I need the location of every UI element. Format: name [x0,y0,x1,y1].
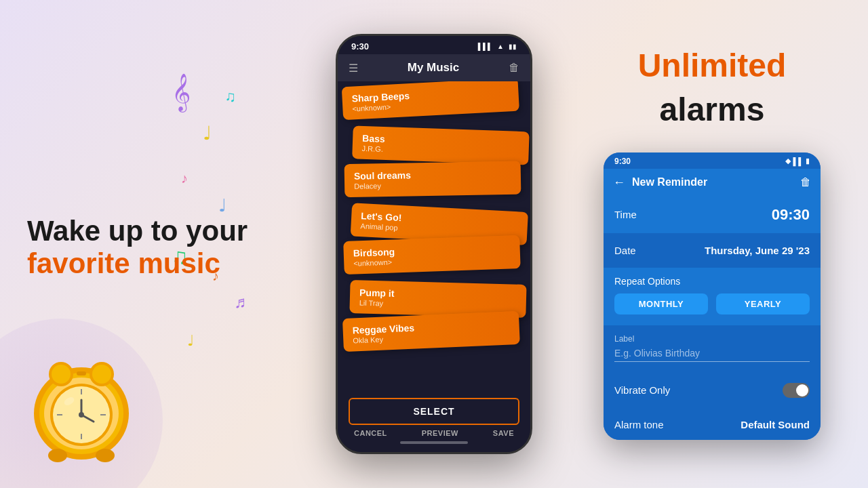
note-icon-4: ♩ [218,195,226,216]
headline-line2: favorite music [27,247,220,279]
date-row[interactable]: Date Thursday, June 29 '23 [604,235,821,266]
alarm-tone-row[interactable]: Alarm tone Default Sound [604,409,821,440]
svg-point-8 [92,365,111,384]
monthly-button[interactable]: MONTHLY [614,293,708,314]
phone-screen: 9:30 ▌▌▌ ▲ ▮▮ ☰ My Music 🗑 Sharp Beeps <… [336,34,532,454]
status-time: 9:30 [351,41,369,52]
alarm-tone-value: Default Sound [741,419,810,430]
label-title: Label [614,334,810,344]
time-label: Time [614,209,637,220]
home-indicator [400,441,468,444]
phone-title-bar: ☰ My Music 🗑 [338,54,530,81]
svg-point-18 [79,412,84,418]
note-icon-2: ♫ [224,88,236,106]
repeat-title: Repeat Options [614,276,810,287]
right-headline-block: Unlimited alarms [638,48,787,142]
clock-illustration [20,346,142,468]
select-button[interactable]: SELECT [349,398,519,425]
vibrate-label: Vibrate Only [614,384,670,396]
signal-icon: ▌▌▌ [478,43,492,50]
date-value: Thursday, June 29 '23 [705,245,810,256]
action-buttons: CANCEL PREVIEW SAVE [349,429,519,437]
reminder-screen-title: New Reminder [632,176,793,188]
preview-button[interactable]: PREVIEW [422,429,458,437]
label-section: Label E.g. Olivias Birthday [604,327,821,371]
battery-icon: ▮ [806,157,810,165]
list-item[interactable]: Sharp Beeps <unknown> [342,81,519,120]
right-status-time: 9:30 [614,157,631,166]
status-icons: ▌▌▌ ▲ ▮▮ [478,43,517,50]
headline-line1: Wake up to your [27,215,248,247]
vibrate-row: Vibrate Only [604,373,821,407]
right-status-bar: 9:30 ◆ ▌▌ ▮ [604,152,821,169]
vibrate-toggle[interactable] [783,383,810,398]
repeat-section: Repeat Options MONTHLY YEARLY [604,268,821,325]
right-subtitle: alarms [638,91,787,128]
status-bar: 9:30 ▌▌▌ ▲ ▮▮ [338,36,530,54]
svg-rect-9 [77,371,86,375]
list-item[interactable]: Soul dreams Delacey [344,161,521,198]
back-arrow-icon[interactable]: ← [613,176,625,190]
right-status-icons: ◆ ▌▌ ▮ [785,157,810,165]
middle-section: 9:30 ▌▌▌ ▲ ▮▮ ☰ My Music 🗑 Sharp Beeps <… [312,0,556,488]
label-input[interactable]: E.g. Olivias Birthday [614,348,810,362]
time-value: 09:30 [772,206,810,224]
note-icon-8: ♩ [187,332,194,350]
alarm-tone-label: Alarm tone [614,419,664,430]
date-label: Date [614,245,636,256]
left-headline: Wake up to your favorite music [27,215,298,281]
screen-title: My Music [358,61,509,75]
delete-icon[interactable]: 🗑 [800,176,811,188]
time-row[interactable]: Time 09:30 [604,197,821,233]
trash-icon[interactable]: 🗑 [509,62,519,74]
yearly-button[interactable]: YEARLY [716,293,810,314]
right-phone-device: 9:30 ◆ ▌▌ ▮ ← New Reminder 🗑 Time 09:30 … [604,152,821,440]
treble-clef-icon: 𝄞 [172,73,191,112]
list-item[interactable]: Birdsong <unknown> [343,235,521,274]
phone-bottom-bar: SELECT CANCEL PREVIEW SAVE [338,392,530,452]
music-list: Sharp Beeps <unknown> Bass J.R.G. Soul d… [338,81,530,363]
wifi-icon: ◆ [785,157,791,165]
wifi-icon: ▲ [497,43,504,50]
note-icon-3: ♪ [181,171,188,186]
cancel-button[interactable]: CANCEL [354,429,387,437]
svg-point-3 [48,449,67,462]
list-item[interactable]: Bass J.R.G. [352,125,530,165]
battery-icon: ▮▮ [509,43,517,50]
right-headline: Unlimited [638,48,787,84]
menu-icon: ☰ [349,62,358,75]
repeat-options: MONTHLY YEARLY [614,293,810,314]
list-item[interactable]: Reggae Vibes Okla Key [342,311,520,352]
note-icon-1: ♩ [203,122,212,144]
phone-device: 9:30 ▌▌▌ ▲ ▮▮ ☰ My Music 🗑 Sharp Beeps <… [336,34,532,454]
left-section: 𝄞 ♩ ♫ ♪ ♩ ♫ ♪ ♬ ♩ Wake up to your favori… [0,0,312,488]
save-button[interactable]: SAVE [493,429,514,437]
svg-point-7 [52,365,71,384]
right-section: Unlimited alarms 9:30 ◆ ▌▌ ▮ ← New Remin… [556,0,868,488]
signal-icon: ▌▌ [793,157,804,165]
right-title-bar: ← New Reminder 🗑 [604,169,821,197]
svg-point-4 [96,449,115,462]
note-icon-7: ♬ [234,293,246,312]
